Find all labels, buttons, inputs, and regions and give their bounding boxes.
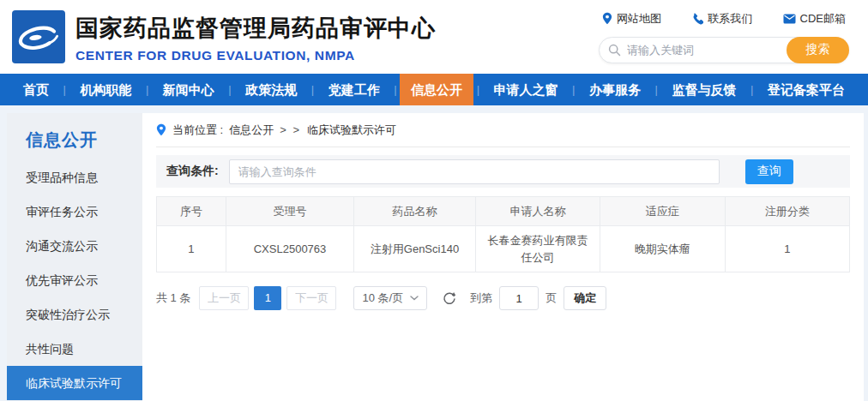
page: 国家药品监督管理局药品审评中心 CENTER FOR DRUG EVALUATI… (0, 0, 868, 401)
query-label: 查询条件: (166, 164, 219, 179)
nav-item-policies[interactable]: 政策法规 (234, 74, 308, 105)
nav-item-services[interactable]: 办事服务 (578, 74, 652, 105)
site-title: 国家药品监督管理局药品审评中心 (75, 13, 436, 44)
sidebar-item-breakthrough-therapy[interactable]: 突破性治疗公示 (7, 297, 142, 332)
body-wrap: 信息公开 受理品种信息 审评任务公示 沟通交流公示 优先审评公示 突破性治疗公示… (0, 105, 868, 401)
column-header-applicant: 申请人名称 (475, 197, 600, 226)
nav-item-registration-platform[interactable]: 登记备案平台 (756, 74, 856, 105)
nav-separator: | (311, 83, 314, 96)
nav-separator: | (750, 83, 753, 96)
nav-item-home[interactable]: 首页 (12, 74, 60, 105)
pagination: 共 1 条 上一页 1 下一页 10 条/页 到第 页 确定 (156, 286, 850, 310)
contact-link[interactable]: 联系我们 (691, 11, 752, 27)
nav-separator: | (228, 83, 231, 96)
table-header-row: 序号 受理号 药品名称 申请人名称 适应症 注册分类 (157, 197, 850, 226)
breadcrumb-current: 临床试验默示许可 (307, 123, 396, 138)
cde-swoosh-icon (15, 13, 63, 61)
page-size-value: 10 条/页 (362, 290, 403, 306)
main-nav: 首页 | 机构职能 | 新闻中心 | 政策法规 | 党建工作 | 信息公开 | … (0, 74, 868, 105)
nav-item-information-disclosure[interactable]: 信息公开 (400, 74, 473, 105)
phone-icon (691, 13, 703, 25)
cell-drug-name: 注射用GenSci140 (354, 226, 475, 272)
query-button[interactable]: 查询 (745, 159, 793, 184)
goto-page-label: 到第 (470, 290, 492, 306)
nav-item-applicant-window[interactable]: 申请人之窗 (483, 74, 570, 105)
envelope-icon (783, 14, 796, 24)
column-header-acceptance-no: 受理号 (226, 197, 353, 226)
results-table: 序号 受理号 药品名称 申请人名称 适应症 注册分类 1 CXSL2500763… (156, 196, 850, 272)
header-search-button[interactable]: 搜索 (787, 37, 849, 63)
sidebar: 信息公开 受理品种信息 审评任务公示 沟通交流公示 优先审评公示 突破性治疗公示… (7, 113, 142, 401)
breadcrumb-pin-icon (156, 123, 166, 136)
nav-separator: | (477, 83, 479, 96)
site-subtitle: CENTER FOR DRUG EVALUATION, NMPA (75, 48, 436, 63)
quick-links: 网站地图 联系我们 CDE邮箱 (599, 11, 849, 27)
sitemap-link-label: 网站地图 (617, 11, 661, 27)
breadcrumb-separator: > > (280, 123, 301, 136)
contact-link-label: 联系我们 (708, 11, 752, 27)
breadcrumb-parent[interactable]: 信息公开 (229, 123, 274, 138)
column-header-indication: 适应症 (600, 197, 725, 226)
sidebar-item-communication[interactable]: 沟通交流公示 (7, 229, 142, 263)
breadcrumb: 当前位置 : 信息公开 > > 临床试验默示许可 (156, 113, 850, 147)
refresh-icon (443, 291, 456, 305)
cell-acceptance-no: CXSL2500763 (226, 226, 353, 272)
nav-item-functions[interactable]: 机构职能 (69, 74, 142, 105)
sidebar-item-clinical-trial-implied-license[interactable]: 临床试验默示许可 (7, 366, 142, 400)
sidebar-item-accepted-varieties[interactable]: 受理品种信息 (7, 160, 142, 195)
next-page-button[interactable]: 下一页 (286, 286, 336, 310)
nav-item-news[interactable]: 新闻中心 (152, 74, 226, 105)
prev-page-button[interactable]: 上一页 (199, 286, 249, 310)
nav-separator: | (572, 83, 575, 96)
sidebar-title: 信息公开 (7, 113, 142, 160)
nav-separator: | (146, 83, 148, 96)
column-header-seq: 序号 (157, 197, 226, 226)
site-title-block: 国家药品监督管理局药品审评中心 CENTER FOR DRUG EVALUATI… (75, 11, 436, 63)
confirm-button[interactable]: 确定 (564, 286, 606, 310)
sidebar-item-review-tasks[interactable]: 审评任务公示 (7, 195, 142, 229)
cell-applicant: 长春金赛药业有限责任公司 (475, 226, 600, 272)
mailbox-link-label: CDE邮箱 (800, 11, 846, 27)
main-content: 当前位置 : 信息公开 > > 临床试验默示许可 查询条件: 查询 序号 受理号 (142, 113, 864, 401)
cell-registration-class: 1 (725, 226, 849, 272)
page-size-select[interactable]: 10 条/页 (353, 286, 427, 310)
goto-page-input[interactable] (499, 286, 539, 310)
cde-logo (12, 10, 65, 63)
mailbox-link[interactable]: CDE邮箱 (783, 11, 846, 27)
refresh-button[interactable] (443, 291, 456, 305)
goto-page-unit: 页 (546, 290, 557, 306)
column-header-drug-name: 药品名称 (354, 197, 475, 226)
sidebar-item-priority-review[interactable]: 优先审评公示 (7, 263, 142, 297)
search-icon (608, 44, 621, 57)
column-header-registration-class: 注册分类 (725, 197, 849, 226)
header-search: 搜索 (599, 37, 849, 63)
query-bar: 查询条件: 查询 (156, 155, 850, 188)
chevron-down-icon (410, 296, 419, 301)
header-right: 网站地图 联系我们 CDE邮箱 搜索 (599, 11, 849, 63)
page-number-button[interactable]: 1 (254, 286, 281, 310)
sidebar-item-common-issues[interactable]: 共性问题 (7, 332, 142, 366)
pagination-total: 共 1 条 (156, 290, 190, 306)
cell-indication: 晚期实体瘤 (600, 226, 725, 272)
query-input[interactable] (229, 159, 720, 184)
nav-item-supervision-feedback[interactable]: 监督与反馈 (660, 74, 747, 105)
nav-separator: | (394, 83, 396, 96)
location-pin-icon (602, 12, 612, 25)
cell-seq: 1 (157, 226, 226, 272)
header: 国家药品监督管理局药品审评中心 CENTER FOR DRUG EVALUATI… (0, 0, 868, 74)
nav-separator: | (63, 83, 66, 96)
sitemap-link[interactable]: 网站地图 (602, 11, 661, 27)
breadcrumb-label: 当前位置 : (172, 123, 223, 138)
nav-separator: | (654, 83, 657, 96)
table-row: 1 CXSL2500763 注射用GenSci140 长春金赛药业有限责任公司 … (157, 226, 850, 272)
nav-item-party-building[interactable]: 党建工作 (317, 74, 391, 105)
